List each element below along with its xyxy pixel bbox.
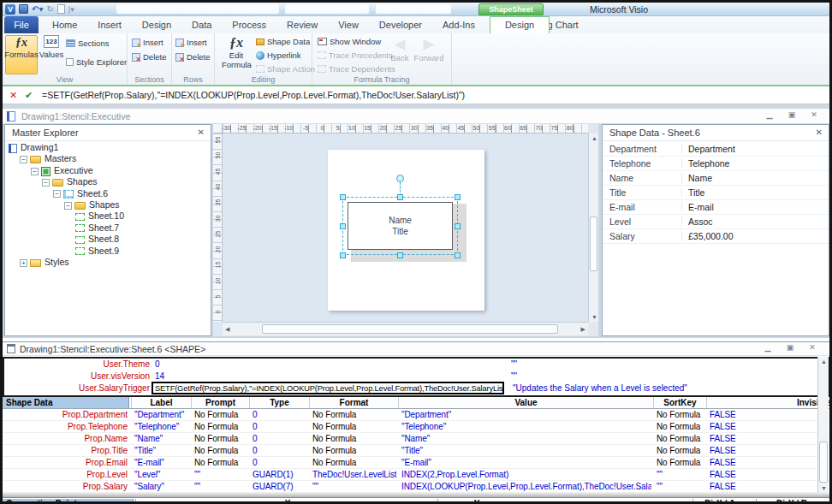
cell[interactable]: FALSE (708, 422, 829, 431)
qat-dropdown-icon[interactable]: |▾ (68, 5, 74, 14)
close-icon[interactable]: ✕ (816, 127, 823, 137)
drawing-canvas[interactable]: -35-30-25-20-15-10-505101520253035404550… (213, 124, 598, 336)
cell[interactable]: TheDoc!User.LevelList (311, 470, 396, 479)
cell[interactable]: No Formula (655, 446, 704, 455)
print-preview-icon[interactable] (57, 4, 65, 14)
tree-item-sheet.8[interactable]: Sheet.8 (5, 234, 211, 245)
cell[interactable]: "Level" (133, 470, 189, 479)
cell[interactable]: No Formula (193, 410, 247, 419)
cell[interactable]: "Telephone" (400, 422, 651, 431)
collapse-icon[interactable]: − (53, 190, 61, 198)
cell[interactable]: FALSE (708, 434, 829, 443)
tab-review[interactable]: Review (276, 16, 328, 33)
undo-icon[interactable]: ↶▾ (32, 4, 43, 15)
redo-icon[interactable]: ↻ (46, 4, 53, 15)
shape-data-button[interactable]: Shape Data (256, 37, 310, 46)
tree-item-styles[interactable]: +Styles (5, 257, 211, 268)
restore-icon[interactable]: ▣ (785, 110, 799, 119)
row-name[interactable]: Prop.Department (3, 410, 128, 419)
field-value[interactable]: E-mail (688, 202, 714, 212)
delete-row-button[interactable]: Delete (175, 52, 210, 62)
save-icon[interactable] (19, 4, 28, 14)
expand-icon[interactable]: + (20, 259, 27, 267)
cell[interactable]: No Formula (655, 422, 704, 431)
shapesheet-scrollbar[interactable]: ▲ ▼ (817, 357, 829, 493)
vertical-scrollbar[interactable]: ▲ ▼ (588, 133, 598, 322)
close-icon[interactable]: ✕ (198, 127, 205, 137)
cell[interactable]: 0 (251, 446, 307, 455)
insert-section-button[interactable]: Insert (132, 38, 163, 47)
scroll-up-icon[interactable]: ▲ (821, 359, 827, 365)
cell[interactable]: No Formula (311, 422, 396, 431)
cell[interactable]: "E-mail" (400, 458, 651, 467)
cell[interactable]: "Title" (400, 446, 651, 455)
collapse-icon[interactable]: − (31, 168, 39, 175)
selected-shape[interactable]: Name Title (348, 202, 453, 250)
cell[interactable]: "Title" (133, 446, 189, 455)
show-window-button[interactable]: Show Window (318, 37, 381, 46)
cell[interactable]: "Salary" (133, 482, 189, 491)
row-name[interactable]: Prop.Level (3, 470, 128, 479)
cell[interactable]: "Telephone" (133, 422, 189, 431)
formulas-button[interactable]: ƒx Formulas (5, 35, 38, 74)
cell[interactable]: "Department" (133, 410, 189, 419)
tree-item-masters[interactable]: −Masters (5, 153, 211, 164)
tree-item-sheet.10[interactable]: Sheet.10 (5, 210, 211, 222)
scroll-right-icon[interactable]: ▶ (581, 326, 585, 333)
tab-view[interactable]: View (328, 16, 369, 33)
tree-item-shapes[interactable]: −Shapes (5, 176, 211, 187)
selection-handle[interactable] (397, 194, 403, 200)
tab-home[interactable]: Home (42, 16, 87, 33)
tab-process[interactable]: Process (222, 16, 276, 33)
cell[interactable]: GUARD(7) (251, 482, 307, 491)
cell[interactable]: No Formula (193, 422, 247, 431)
cell[interactable]: 0 (251, 422, 307, 431)
cell[interactable]: "Name" (400, 434, 651, 443)
collapse-icon[interactable]: − (42, 179, 50, 187)
row-extra[interactable]: "" (511, 359, 517, 369)
row-name[interactable]: Prop.Email (3, 458, 128, 467)
cell[interactable]: No Formula (311, 458, 396, 467)
tree-item-sheet.7[interactable]: Sheet.7 (5, 222, 211, 234)
cell[interactable]: "" (193, 482, 247, 491)
cell[interactable]: GUARD(1) (251, 470, 307, 479)
row-extra[interactable]: "" (511, 371, 517, 381)
minimize-icon[interactable]: ▁ (763, 110, 776, 119)
field-value[interactable]: Title (688, 187, 704, 198)
cell[interactable]: INDEX(LOOKUP(Prop.Level,Prop.Level.Forma… (400, 482, 651, 491)
cell[interactable]: 0 (251, 410, 307, 419)
scrollbar-thumb[interactable] (590, 216, 597, 271)
cell[interactable]: FALSE (708, 446, 829, 455)
scrollbar-thumb[interactable] (819, 442, 828, 483)
delete-section-button[interactable]: Delete (132, 52, 166, 62)
cell[interactable]: 0 (251, 458, 307, 467)
hyperlink-button[interactable]: Hyperlink (256, 50, 301, 60)
resize-grip[interactable] (588, 322, 598, 335)
rotation-handle[interactable] (396, 175, 404, 182)
cell[interactable]: "" (193, 470, 247, 479)
cell[interactable]: No Formula (193, 458, 247, 467)
cell[interactable]: No Formula (655, 434, 704, 443)
selection-handle[interactable] (455, 252, 461, 258)
scroll-up-icon[interactable]: ▲ (591, 135, 597, 141)
tab-design[interactable]: Design (132, 16, 181, 33)
cell[interactable]: FALSE (708, 458, 829, 467)
scroll-down-icon[interactable]: ▼ (591, 314, 597, 320)
tab-file[interactable]: File (4, 16, 39, 33)
tab-design-contextual[interactable]: Design (490, 16, 550, 33)
tab-insert[interactable]: Insert (87, 16, 132, 33)
cell[interactable]: FALSE (708, 470, 829, 479)
tree-item-sheet.6[interactable]: −Sheet.6 (5, 188, 211, 199)
collapse-icon[interactable]: − (64, 202, 72, 210)
cell[interactable]: FALSE (708, 410, 829, 419)
tree-item-drawing1[interactable]: Drawing1 (5, 142, 211, 153)
formula-input[interactable]: =SETF(GetRef(Prop.Salary),"=INDEX(LOOKUP… (42, 90, 465, 100)
cell[interactable]: No Formula (311, 434, 396, 443)
values-button[interactable]: 123 Values (40, 35, 62, 74)
minimize-icon[interactable]: ▁ (761, 343, 775, 352)
selection-handle[interactable] (340, 223, 346, 229)
cell[interactable]: "" (655, 470, 704, 479)
cell[interactable]: INDEX(2,Prop.Level.Format) (400, 470, 651, 479)
selection-handle[interactable] (397, 252, 403, 258)
tree-item-executive[interactable]: −Executive (5, 165, 211, 176)
